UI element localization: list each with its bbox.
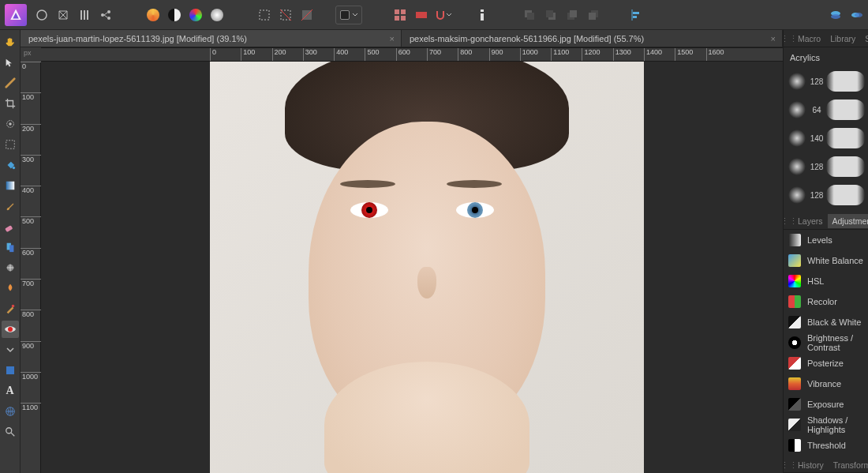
adjustment-exposure[interactable]: Exposure [784,394,868,415]
clone-tool[interactable] [2,238,19,256]
swatch-rgb-icon[interactable] [186,6,205,24]
invert-select-icon[interactable] [297,6,316,24]
crop-tool[interactable] [2,95,19,112]
quick-mask-dropdown[interactable] [335,6,362,24]
ruler-tick: 0 [210,48,211,62]
swatch-orange-icon[interactable] [144,6,163,24]
ruler-tick: 300 [303,48,304,62]
selection-brush-tool[interactable] [2,115,19,133]
ruler-tick: 800 [21,310,41,310]
ruler-tick: 500 [365,48,365,62]
tab-document-1[interactable]: pexels-juan-martin-lopez-5611139.jpg [Mo… [21,30,402,47]
brush-preset[interactable]: 64 [787,96,865,124]
grip-icon[interactable]: ⋮⋮ [785,34,793,43]
tab-library[interactable]: Library [825,32,860,46]
brush-preset[interactable]: 128 [787,67,865,96]
deselect-icon[interactable] [276,6,295,24]
svg-line-9 [280,9,291,21]
inpainting-tool[interactable] [2,300,19,317]
top-toolbar [0,0,868,30]
svg-rect-29 [633,16,637,18]
panel-tabs-bottom: ⋮⋮ History Transform Ch [784,457,868,473]
svg-point-35 [9,122,12,126]
adjustment-hsl[interactable]: HSL [784,271,868,291]
brush-size-label: 64 [807,106,826,114]
tab-swatches[interactable]: Swatch [860,32,868,46]
mesh-warp-tool[interactable] [2,403,19,420]
arrange-forward-icon [563,6,582,24]
flood-fill-tool[interactable] [2,156,19,174]
brush-preset[interactable]: 140 [787,124,865,152]
adjustment-sh[interactable]: Shadows / Highlights [784,415,868,435]
grip-icon[interactable]: ⋮⋮ [785,216,793,226]
text-tool[interactable]: A [2,382,19,400]
adjustment-vibrance[interactable]: Vibrance [784,374,868,394]
dodge-tool[interactable] [2,259,19,276]
svg-rect-15 [401,16,406,21]
swatch-grey-icon[interactable] [208,6,226,24]
adjustment-threshold[interactable]: Threshold [784,435,868,456]
marquee-tool[interactable] [2,136,19,153]
ruler-horizontal[interactable]: 0100200300400500600700800900100011001200… [41,47,783,62]
svg-rect-22 [546,10,553,17]
smudge-tool[interactable] [2,280,19,297]
magnet-snap-icon[interactable] [433,6,452,24]
ruler-tick: 400 [21,186,41,186]
adjustment-whitebalance[interactable]: White Balance [784,250,868,271]
svg-rect-1 [80,10,82,20]
ruler-tick: 1200 [582,48,582,62]
liquify-persona-icon[interactable] [54,6,73,24]
cell-icon[interactable] [412,6,431,24]
brush-size-label: 140 [807,134,826,143]
develop-persona-icon[interactable] [75,6,94,24]
svg-point-4 [101,13,104,17]
tab-document-2[interactable]: pexels-maksim-goncharenok-5611966.jpg [M… [402,30,783,47]
tab-transform[interactable]: Transform [829,458,868,472]
brush-preset[interactable]: 128 [787,181,865,209]
tab-macro[interactable]: Macro [793,32,825,46]
adjustment-recolor[interactable]: Recolor [784,291,868,312]
tab-layers[interactable]: Layers [793,214,828,228]
brush-stroke-preview [826,156,865,177]
adjustment-levels[interactable]: Levels [784,230,868,250]
tab-adjustment[interactable]: Adjustment [828,214,868,228]
adjustment-posterize[interactable]: Posterize [784,353,868,374]
adjustment-bc[interactable]: Brightness / Contrast [784,332,868,353]
photo-persona-icon[interactable] [32,6,51,24]
svg-rect-39 [5,225,13,232]
close-icon[interactable]: × [769,34,777,43]
brush-thumb-icon [788,101,806,118]
swatch-bw-icon[interactable] [165,6,184,24]
ruler-vertical[interactable]: 010020030040050060070080090010001100 [21,62,41,473]
move-tool[interactable] [2,54,19,71]
info-icon[interactable] [473,6,492,24]
brush-category[interactable]: Acrylics [787,51,865,67]
zoom-tool[interactable] [2,423,19,441]
view-tool[interactable] [2,74,19,92]
align-left-icon[interactable] [627,6,645,24]
svg-point-44 [8,327,13,332]
erase-tool[interactable] [2,218,19,235]
ruler-tick: 1400 [644,48,645,62]
paint-brush-tool[interactable] [2,197,19,215]
brush-size-label: 128 [807,163,826,171]
layer-new-icon[interactable] [826,6,845,24]
marquee-select-icon[interactable] [255,6,274,24]
placeholder-tool[interactable] [2,341,19,359]
grip-icon[interactable]: ⋮⋮ [785,460,793,470]
gradient-tool[interactable] [2,177,19,194]
ruler-tick: 900 [21,341,41,342]
adjustment-bw[interactable]: Black & White [784,312,868,332]
layer-dup-icon[interactable] [847,6,866,24]
rectangle-tool[interactable] [2,362,19,379]
adjustment-label: White Balance [807,256,863,265]
red-eye-tool[interactable] [2,321,19,338]
panel-tabs-mid: ⋮⋮ Layers Adjustment Ef [784,212,868,230]
brush-preset[interactable]: 128 [787,152,865,181]
close-icon[interactable]: × [388,34,396,43]
hand-tool[interactable] [2,33,19,51]
canvas[interactable] [41,62,783,473]
grid-icon[interactable] [391,6,410,24]
export-persona-icon[interactable] [96,6,115,24]
tab-history[interactable]: History [793,458,829,472]
